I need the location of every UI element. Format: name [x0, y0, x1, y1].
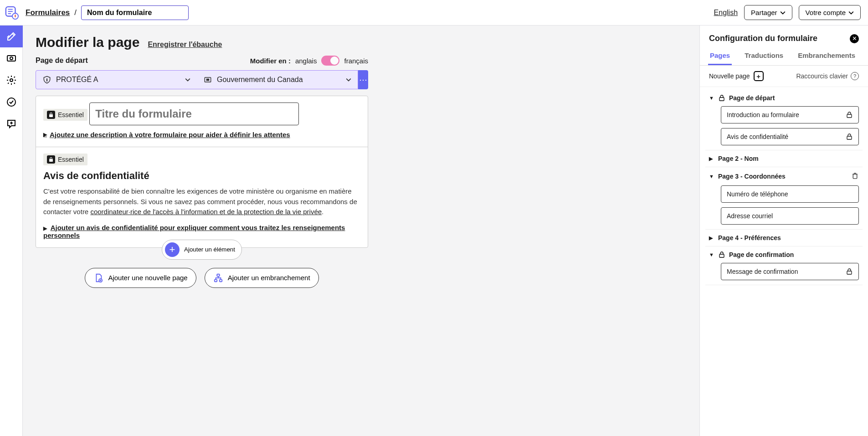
sidebar-edit-icon[interactable] — [0, 26, 23, 47]
sidebar-publish-icon[interactable] — [0, 91, 23, 113]
plus-circle-icon: + — [165, 242, 180, 257]
svg-rect-23 — [847, 114, 852, 118]
lock-icon — [846, 133, 853, 140]
tree-node-page3[interactable]: ▼ Page 3 - Coordonnées — [709, 172, 859, 181]
branch-icon — [213, 273, 223, 283]
svg-rect-14 — [49, 114, 53, 117]
tab-translations[interactable]: Traductions — [743, 47, 785, 65]
top-bar: Formulaires / English Partager Votre com… — [0, 0, 868, 26]
breadcrumb-root-link[interactable]: Formulaires — [26, 8, 70, 17]
svg-point-7 — [10, 79, 13, 82]
account-button[interactable]: Votre compte — [799, 5, 861, 20]
breadcrumb: Formulaires / — [26, 5, 189, 20]
plus-square-icon: + — [754, 71, 764, 81]
lock-icon — [846, 111, 853, 118]
svg-rect-29 — [847, 271, 852, 274]
classification-more-button[interactable]: ⋯ — [358, 70, 368, 89]
privacy-notice-body: C'est votre responsabilité de bien conna… — [43, 186, 360, 217]
language-toggle[interactable] — [321, 56, 339, 66]
branding-dropdown[interactable]: Gouvernement du Canada — [197, 71, 358, 89]
breadcrumb-separator: / — [74, 8, 77, 17]
save-draft-link[interactable]: Enregistrer l'ébauche — [148, 41, 222, 49]
tree-node-start[interactable]: ▼ Page de départ — [709, 94, 859, 102]
lock-icon — [718, 251, 725, 258]
chevron-right-icon: ▶ — [709, 235, 714, 241]
svg-point-8 — [7, 98, 15, 106]
svg-text:!: ! — [46, 78, 47, 82]
tree-leaf-email[interactable]: Adresse courriel — [721, 207, 859, 225]
svg-rect-5 — [7, 56, 15, 61]
close-icon[interactable]: ✕ — [850, 34, 859, 43]
sidebar-settings-icon[interactable] — [0, 69, 23, 91]
privacy-coordinator-link[interactable]: coordinateur·rice de l'accès à l'informa… — [90, 208, 322, 215]
svg-point-6 — [10, 57, 13, 60]
svg-rect-28 — [719, 254, 724, 257]
add-branching-button[interactable]: Ajouter un embranchement — [205, 268, 319, 288]
add-description-disclosure[interactable]: ▶ Ajoutez une description à votre formul… — [43, 131, 360, 138]
left-sidebar — [0, 26, 23, 436]
triangle-right-icon: ▶ — [43, 132, 47, 138]
lock-icon — [718, 94, 725, 102]
share-button[interactable]: Partager — [744, 5, 792, 20]
start-page-label: Page de départ — [36, 56, 88, 65]
svg-rect-20 — [214, 279, 217, 282]
new-page-button[interactable]: Nouvelle page + — [709, 71, 764, 81]
svg-rect-15 — [49, 159, 53, 162]
language-link[interactable]: English — [714, 9, 738, 17]
chevron-down-icon: ▼ — [709, 252, 714, 257]
language-edit-control: Modifier en : anglais français — [250, 56, 368, 66]
add-element-button[interactable]: + Ajouter un élément — [162, 240, 242, 260]
svg-rect-22 — [719, 97, 724, 101]
chevron-down-icon: ▼ — [709, 174, 714, 179]
form-title-input[interactable] — [89, 103, 299, 125]
classification-dropdown[interactable]: ! PROTÉGÉ A — [36, 71, 197, 89]
privacy-card: Essentiel Avis de confidentialité C'est … — [36, 147, 368, 247]
keyboard-shortcuts-link[interactable]: Raccourcis clavier ? — [796, 72, 859, 80]
form-name-input[interactable] — [81, 5, 189, 20]
svg-rect-19 — [217, 274, 220, 276]
tree-node-page4[interactable]: ▶ Page 4 - Préférences — [709, 234, 859, 241]
tree-node-confirm[interactable]: ▼ Page de confirmation — [709, 251, 859, 258]
add-new-page-button[interactable]: Ajouter une nouvelle page — [85, 268, 196, 288]
tab-branching[interactable]: Embranchements — [796, 47, 857, 65]
trash-icon[interactable] — [851, 172, 859, 181]
app-logo[interactable] — [4, 5, 20, 21]
privacy-notice-title: Avis de confidentialité — [43, 170, 360, 182]
svg-rect-25 — [853, 174, 857, 179]
tab-pages[interactable]: Pages — [708, 47, 732, 65]
lock-icon — [47, 111, 55, 119]
tree-leaf-confirm-msg[interactable]: Message de confirmation — [721, 263, 859, 280]
page-title: Modifier la page — [36, 35, 139, 50]
svg-rect-13 — [207, 79, 209, 80]
lock-icon — [846, 268, 853, 275]
essential-badge: Essentiel — [43, 109, 87, 121]
sidebar-responses-icon[interactable] — [0, 113, 23, 135]
tree-leaf-intro[interactable]: Introduction au formulaire — [721, 106, 859, 123]
form-title-card: Essentiel ▶ Ajoutez une description à vo… — [36, 96, 368, 147]
tree-node-page2[interactable]: ▶ Page 2 - Nom — [709, 155, 859, 162]
add-privacy-disclosure[interactable]: ▶ Ajouter un avis de confidentialité pou… — [43, 224, 360, 239]
svg-rect-21 — [219, 279, 222, 282]
svg-rect-24 — [847, 136, 852, 139]
help-icon: ? — [851, 72, 859, 80]
chevron-down-icon: ▼ — [709, 95, 714, 101]
panel-title: Configuration du formulaire — [709, 34, 817, 43]
tree-leaf-phone[interactable]: Numéro de téléphone — [721, 185, 859, 203]
config-panel: Configuration du formulaire ✕ Pages Trad… — [699, 26, 868, 436]
main-content: Modifier la page Enregistrer l'ébauche P… — [23, 26, 699, 436]
page-tree: ▼ Page de départ Introduction au formula… — [700, 87, 868, 294]
lock-icon — [47, 155, 55, 164]
page-plus-icon — [93, 273, 103, 283]
triangle-right-icon: ▶ — [43, 226, 47, 231]
essential-badge: Essentiel — [43, 154, 87, 165]
sidebar-preview-icon[interactable] — [0, 47, 23, 69]
chevron-right-icon: ▶ — [709, 156, 714, 162]
tree-leaf-privacy[interactable]: Avis de confidentialité — [721, 128, 859, 145]
